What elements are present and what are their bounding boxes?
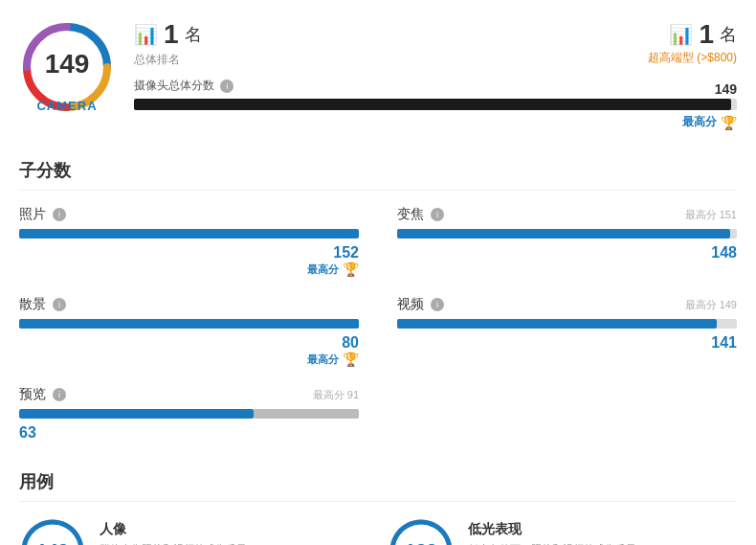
usecases-title: 用例	[19, 470, 737, 502]
subscore-preview-bar-bg	[19, 409, 359, 419]
usecase-lowlight-name: 低光表现	[468, 521, 737, 538]
subscore-video-bar-wrap	[397, 319, 737, 329]
subscore-bokeh-value: 80	[342, 334, 359, 352]
usecase-lowlight-info: 低光表现 低光条件下，照片和视频的成像质量 最高分 🏆	[468, 517, 737, 545]
subscore-preview-max: 最高分 91	[313, 388, 359, 402]
logo-circle: 149 CAMERA	[19, 19, 115, 115]
subscore-photo-value: 152	[333, 244, 359, 261]
overall-rank-number: 1	[164, 19, 179, 50]
subscore-bokeh: 散景 i 80 最高分 🏆	[19, 296, 359, 367]
usecase-portrait-score: 142	[36, 540, 68, 546]
subscore-preview-value: 63	[19, 424, 36, 442]
subscore-bokeh-best: 最高分 🏆	[19, 352, 359, 367]
subscore-video-name: 视频 i	[397, 296, 444, 313]
trophy-icon: 🏆	[721, 115, 737, 130]
trophy-photo: 🏆	[343, 261, 359, 277]
overall-best-row: 最高分 🏆	[134, 114, 737, 130]
subscore-photo-best: 最高分 🏆	[19, 261, 359, 277]
use-cases-grid: 142 人像 群体人像照片和视频的成像质量 最高分 🏆 122	[19, 517, 737, 545]
usecase-lowlight: 122 低光表现 低光条件下，照片和视频的成像质量 最高分 🏆	[388, 517, 737, 545]
category-label: 超高端型 (>$800)	[648, 50, 737, 66]
info-icon-photo[interactable]: i	[53, 208, 66, 221]
subscore-photo-bar-fill	[19, 229, 359, 238]
subscore-bokeh-bar-fill	[19, 319, 359, 329]
subscore-video-max: 最高分 149	[685, 298, 737, 312]
subscore-photo: 照片 i 152 最高分 🏆	[19, 206, 359, 277]
subscore-bokeh-name: 散景 i	[19, 296, 66, 313]
subscore-video-value: 141	[711, 334, 737, 352]
usecase-portrait-circle: 142	[19, 517, 86, 545]
subscore-preview-name: 预览 i	[19, 386, 66, 403]
logo-label: CAMERA	[36, 99, 97, 113]
overall-score-section: 摄像头总体分数 i 149 最高分 🏆	[134, 78, 737, 130]
subscore-photo-bar-bg	[19, 229, 359, 238]
main-stats: 📊 1 名 总体排名 📊 1 名 超高端型 (>$800) 摄像头总体分数	[134, 19, 737, 130]
usecase-portrait-name: 人像	[100, 521, 368, 538]
subscore-preview-bar-fill	[19, 409, 254, 419]
overall-bar-score: 149	[715, 81, 737, 97]
subscore-zoom: 变焦 i 最高分 151 148	[397, 206, 737, 277]
bar-chart-icon-2: 📊	[669, 23, 693, 46]
trophy-bokeh: 🏆	[343, 352, 359, 367]
category-rank-number: 1	[699, 19, 714, 50]
info-icon[interactable]: i	[220, 79, 233, 93]
subscores-grid: 照片 i 152 最高分 🏆 变焦 i 最高分 151	[19, 206, 737, 442]
subscore-zoom-bar-fill	[397, 229, 730, 238]
info-icon-zoom[interactable]: i	[431, 208, 444, 221]
subscore-video: 视频 i 最高分 149 141	[397, 296, 737, 367]
usecase-portrait: 142 人像 群体人像照片和视频的成像质量 最高分 🏆	[19, 517, 368, 545]
subscore-preview-bar-wrap	[19, 409, 359, 419]
rank-row: 📊 1 名 总体排名 📊 1 名 超高端型 (>$800)	[134, 19, 737, 68]
subscores-section: 子分数 照片 i 152 最高分 🏆	[19, 159, 737, 442]
score-label: 摄像头总体分数 i	[134, 78, 737, 94]
subscore-zoom-bar-bg	[397, 229, 737, 238]
info-icon-video[interactable]: i	[431, 298, 444, 311]
bar-chart-icon: 📊	[134, 23, 158, 46]
usecase-lowlight-score: 122	[405, 540, 436, 546]
subscore-bokeh-bar-wrap	[19, 319, 359, 329]
usecase-lowlight-circle: 122	[388, 517, 455, 545]
subscore-bokeh-best-label: 最高分	[307, 352, 339, 367]
header-section: 149 CAMERA 📊 1 名 总体排名 📊 1 名 超高端	[19, 19, 737, 130]
logo-score: 149	[45, 49, 90, 79]
subscore-zoom-value: 148	[711, 244, 737, 261]
subscore-photo-bar-wrap	[19, 229, 359, 238]
category-rank: 📊 1 名 超高端型 (>$800)	[648, 19, 737, 66]
subscore-video-bar-bg	[397, 319, 737, 329]
overall-bar-wrap: 149	[134, 99, 737, 110]
subscore-video-bar-fill	[397, 319, 717, 329]
subscores-title: 子分数	[19, 159, 737, 191]
subscore-bokeh-bar-bg	[19, 319, 359, 329]
subscore-zoom-name: 变焦 i	[397, 206, 444, 223]
usecases-section: 用例 142 人像 群体人像照片和视频的成像质量 最高分 🏆	[19, 470, 737, 545]
overall-bar-fill	[134, 99, 731, 110]
subscore-preview: 预览 i 最高分 91 63	[19, 386, 359, 442]
info-icon-bokeh[interactable]: i	[53, 298, 66, 311]
subscore-photo-best-label: 最高分	[307, 262, 339, 277]
overall-rank: 📊 1 名 总体排名	[134, 19, 202, 68]
subscore-preview-bar-gray	[254, 409, 359, 419]
overall-rank-suffix: 名	[185, 23, 202, 46]
overall-bar-bg: 149	[134, 99, 737, 110]
info-icon-preview[interactable]: i	[53, 388, 66, 401]
overall-best-label: 最高分	[682, 114, 717, 130]
overall-rank-label: 总体排名	[134, 52, 202, 68]
subscore-zoom-max: 最高分 151	[685, 208, 737, 222]
subscore-zoom-bar-wrap	[397, 229, 737, 238]
category-rank-suffix: 名	[720, 23, 737, 46]
subscore-photo-name: 照片 i	[19, 206, 66, 223]
usecase-portrait-info: 人像 群体人像照片和视频的成像质量 最高分 🏆	[100, 517, 368, 545]
